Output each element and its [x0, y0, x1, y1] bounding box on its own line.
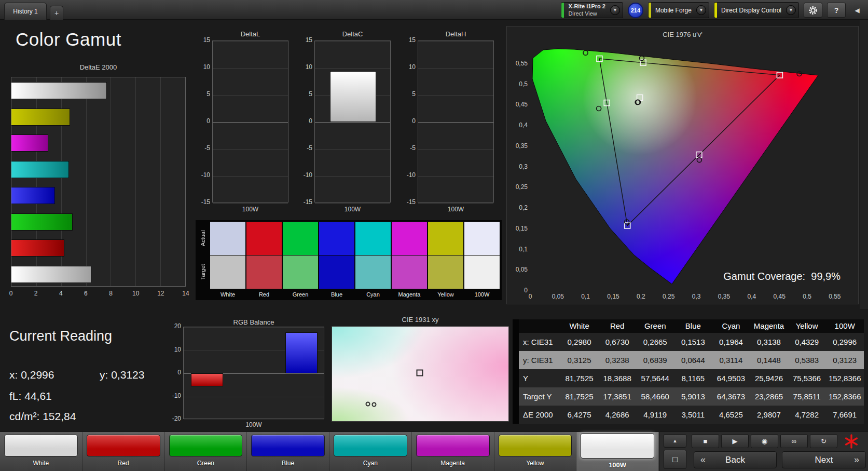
reset-button[interactable]: ↻ — [810, 434, 837, 448]
delta-e-bar-100w — [11, 82, 107, 99]
patch-label: Magenta — [412, 460, 494, 467]
table-cell: 0,3123 — [826, 351, 864, 369]
meter-dropdown-button[interactable]: ▼ — [610, 5, 620, 15]
target-swatch-cyan — [355, 255, 391, 289]
chart-title: DeltaE 2000 — [11, 63, 186, 71]
gamut-coverage: Gamut Coverage: 99,9% — [723, 271, 841, 282]
swatch-column-label: Green — [283, 291, 318, 298]
patch-button-green[interactable]: Green — [165, 432, 247, 471]
display-control-selector[interactable]: Direct Display Control ▼ — [714, 2, 799, 18]
grid-line — [315, 41, 390, 42]
y-tick-label: 0,3 — [507, 163, 528, 170]
grid-line — [315, 149, 390, 150]
continuous-icon: ∞ — [792, 437, 796, 445]
grid-line — [111, 77, 111, 286]
patch-button-magenta[interactable]: Magenta — [412, 432, 494, 471]
table-row[interactable]: x: CIE310,29800,67300,26650,15130,19640,… — [519, 333, 864, 351]
grid-line — [213, 149, 288, 150]
gear-icon — [808, 5, 818, 16]
patch-button-white[interactable]: White — [0, 432, 82, 471]
table-cell: 8,1165 — [674, 369, 712, 387]
target-swatch-100w — [464, 255, 500, 289]
actual-swatch-yellow — [428, 222, 463, 255]
x-tick-label: 0,05 — [552, 293, 564, 300]
source-dropdown-button[interactable]: ▼ — [696, 5, 706, 15]
x-tick-label: 0,1 — [581, 293, 590, 300]
top-bar: History 1 + X-Rite i1Pro 2 Direct View ▼… — [0, 0, 868, 20]
y-tick-label: 0,1 — [507, 246, 528, 253]
delta-chart-deltac: DeltaC151050-5-10-15100W — [296, 30, 392, 227]
table-cell: 0,5383 — [788, 351, 826, 369]
add-tab-button[interactable]: + — [50, 6, 63, 20]
grid-line — [135, 77, 136, 286]
back-button[interactable]: « Back — [694, 451, 777, 468]
patch-label: Blue — [247, 460, 329, 467]
table-cell: 0,3125 — [560, 351, 598, 369]
x-tick-label: 0,3 — [692, 293, 701, 300]
continuous-button[interactable]: ∞ — [780, 434, 808, 448]
collapse-bottom-panel-button[interactable]: ▲ — [664, 434, 686, 448]
collapse-panel-button[interactable]: ◀ — [850, 3, 864, 18]
tab-history-1[interactable]: History 1 — [4, 3, 47, 20]
y-tick-label: 0,25 — [507, 183, 528, 191]
help-button[interactable]: ? — [827, 3, 846, 18]
meter-accent-bar — [561, 3, 564, 18]
patch-button-cyan[interactable]: Cyan — [329, 432, 412, 471]
display-dropdown-button[interactable]: ▼ — [786, 5, 796, 15]
chart-title: CIE 1931 xy — [332, 316, 509, 324]
grid-line — [86, 77, 87, 286]
table-cell: 0,6839 — [636, 351, 674, 369]
patch-button-red[interactable]: Red — [82, 432, 165, 471]
patch-button-yellow[interactable]: Yellow — [494, 432, 577, 471]
app-root: History 1 + X-Rite i1Pro 2 Direct View ▼… — [0, 0, 868, 471]
play-button[interactable]: ▶ — [721, 434, 749, 448]
reading-x-value: 0,2996 — [21, 369, 54, 381]
x-tick-label: 0,5 — [803, 293, 811, 300]
gamut-coverage-value: 99,9% — [811, 271, 841, 282]
column-header-yellow: Yellow — [788, 319, 826, 333]
table-cell: 4,6525 — [712, 406, 750, 424]
meter-selector[interactable]: X-Rite i1Pro 2 Direct View ▼ — [561, 2, 623, 18]
y-tick-label: -20 — [167, 415, 181, 422]
page-title: Color Gamut — [16, 29, 121, 50]
delta-e-bar-cyan — [11, 161, 69, 178]
y-tick-label: -15 — [399, 198, 416, 206]
target-swatch-magenta — [392, 255, 427, 289]
y-tick-label: 0 — [507, 287, 528, 294]
table-header-row: WhiteRedGreenBlueCyanMagentaYellow100W — [519, 319, 864, 333]
reading-y: y: 0,3123 — [100, 369, 144, 381]
measure-button[interactable]: ◉ — [751, 434, 778, 448]
table-cell: 0,3138 — [750, 333, 788, 351]
x-tick-label: 8 — [109, 290, 113, 297]
x-category-label: 100W — [183, 421, 324, 428]
table-row[interactable]: Target Y81,752517,385158,46605,901364,36… — [519, 387, 864, 406]
y-tick-label: 10 — [194, 63, 210, 71]
table-row[interactable]: y: CIE310,31250,32380,68390,06440,31140,… — [519, 351, 864, 369]
row-label: Y — [519, 369, 560, 387]
reading-cd-row: cd/m²: 152,84 — [9, 410, 186, 423]
alert-indicator[interactable] — [842, 433, 861, 450]
table-cell: 4,2686 — [598, 406, 636, 424]
color-patch — [499, 435, 572, 456]
x-tick-label: 0,25 — [663, 293, 674, 300]
grid-line — [315, 122, 390, 123]
patch-label: Yellow — [494, 460, 576, 467]
table-row[interactable]: Y81,752518,368857,56448,116564,950325,94… — [519, 369, 864, 387]
y-tick-label: 0 — [194, 117, 210, 125]
grid-line — [418, 176, 493, 177]
target-marker — [416, 370, 423, 376]
patch-button-blue[interactable]: Blue — [247, 432, 329, 471]
next-button[interactable]: Next » — [782, 451, 866, 468]
patch-button-100w[interactable]: 100W — [576, 432, 659, 471]
table-row[interactable]: ΔE 20006,42754,26864,91193,50114,65252,9… — [519, 406, 864, 424]
pattern-window-button[interactable]: □ — [664, 450, 686, 469]
delta-e-bar-red — [11, 239, 64, 257]
y-tick-label: 0,55 — [507, 60, 528, 67]
current-reading-panel: Current Reading x: 0,2996 y: 0,3123 fL: … — [9, 328, 186, 427]
table-cell: 57,5644 — [636, 369, 674, 387]
x-tick-label: 0,35 — [718, 293, 730, 300]
stop-button[interactable]: ■ — [692, 434, 719, 448]
settings-button[interactable] — [804, 3, 822, 18]
patch-label: Green — [165, 460, 247, 467]
source-selector[interactable]: Mobile Forge ▼ — [648, 2, 709, 18]
